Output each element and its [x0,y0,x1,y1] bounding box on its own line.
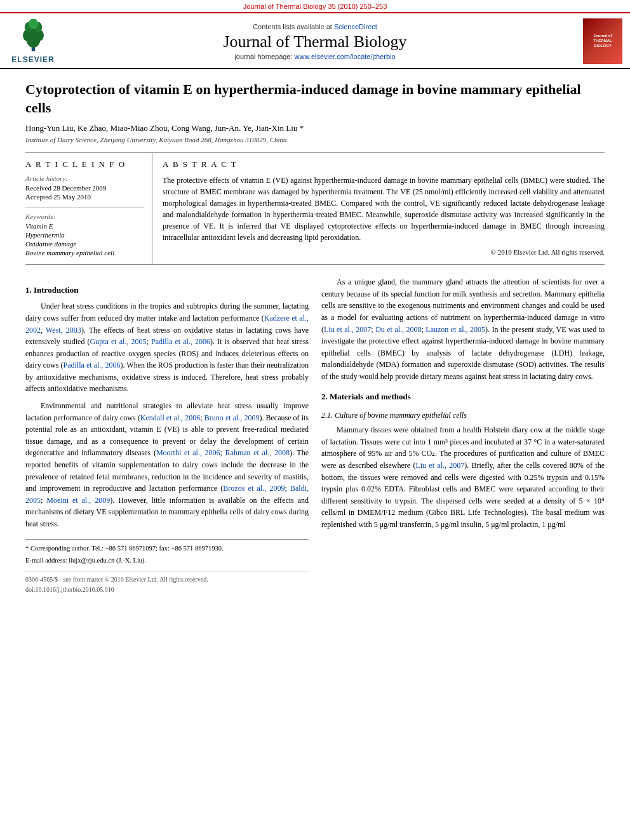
ref-rahman[interactable]: Rahman et al., 2008 [225,448,290,457]
received-date: Received 28 December 2009 [25,184,144,192]
history-label: Article history: [25,175,144,182]
ref-moeini[interactable]: Moeini et al., 2009 [46,496,110,505]
bottom-info: 0306-4565/$ - see front matter © 2010 El… [25,571,309,594]
journal-badge-area: Journal ofTHERMALBIOLOGY [572,18,622,64]
journal-header: ELSEVIER Contents lists available at Sci… [0,13,630,69]
right-paragraph-1: As a unique gland, the mammary gland att… [321,276,605,382]
methods-heading: 2. Materials and methods [321,390,605,403]
homepage-url[interactable]: www.elsevier.com/locate/jtherbio [295,53,396,60]
ref-bruno[interactable]: Bruno et al., 2009 [204,413,260,422]
footnote-email: E-mail address: liujx@zju.edu.cn (J.-X. … [25,556,309,566]
journal-badge: Journal ofTHERMALBIOLOGY [583,18,622,64]
article-title: Cytoprotection of vitamin E on hyperther… [25,81,605,117]
keyword-2: Hyperthermia [25,231,144,239]
ref-gupta[interactable]: Gupta et al., 2005 [90,337,147,346]
ref-west[interactable]: West, 2003 [46,326,81,335]
article-info-column: A R T I C L E I N F O Article history: R… [25,153,152,264]
footnote-corresponding: * Corresponding author. Tel.: +86 571 86… [25,543,309,554]
body-columns: 1. Introduction Under heat stress condit… [25,276,605,594]
article-dates: Received 28 December 2009 Accepted 25 Ma… [25,184,144,201]
abstract-column: A B S T R A C T The protective effects o… [152,153,605,264]
methods-paragraph-1: Mammary tissues were obtained from a hea… [321,424,605,530]
keyword-4: Bovine mammary epithelial cell [25,249,144,257]
ref-moorthi[interactable]: Moorthi et al., 2006 [156,448,220,457]
accepted-date: Accepted 25 May 2010 [25,193,144,201]
ref-liu2007[interactable]: Liu et al., 2007 [324,325,371,334]
authors-line: Hong-Yun Liu, Ke Zhao, Miao-Miao Zhou, C… [25,123,605,133]
footnote-area: * Corresponding author. Tel.: +86 571 86… [25,539,309,566]
intro-paragraph-2: Environmental and nutritional strategies… [25,400,309,530]
divider [25,207,144,208]
elsevier-tree-icon [16,19,51,54]
header-center: Contents lists available at ScienceDirec… [58,23,572,60]
journal-citation: Journal of Thermal Biology 35 (2010) 250… [243,3,387,10]
elsevier-wordmark: ELSEVIER [11,55,54,64]
ref-kendall[interactable]: Kendall et al., 2006 [140,413,201,422]
info-abstract-container: A R T I C L E I N F O Article history: R… [25,152,605,265]
license-text: 0306-4565/$ - see front matter © 2010 El… [25,575,309,585]
keywords-label: Keywords: [25,213,144,220]
contents-line: Contents lists available at ScienceDirec… [58,23,572,30]
sciencedirect-link[interactable]: ScienceDirect [334,23,377,30]
authors: Hong-Yun Liu, Ke Zhao, Miao-Miao Zhou, C… [25,123,304,133]
intro-heading: 1. Introduction [25,284,309,297]
ref-lauzon2005[interactable]: Lauzon et al., 2005 [426,325,485,334]
ref-padilla2[interactable]: Padilla et al., 2006 [64,361,121,370]
elsevier-logo: ELSEVIER [8,19,58,64]
intro-paragraph-1: Under heat stress conditions in the trop… [25,300,309,395]
keywords-list: Vitamin E Hyperthermia Oxidative damage … [25,222,144,257]
journal-top-bar: Journal of Thermal Biology 35 (2010) 250… [0,0,630,13]
homepage-line: journal homepage: www.elsevier.com/locat… [58,53,572,60]
abstract-copyright: © 2010 Elsevier Ltd. All rights reserved… [163,248,605,256]
keyword-1: Vitamin E [25,222,144,230]
journal-title: Journal of Thermal Biology [58,32,572,51]
badge-text: Journal ofTHERMALBIOLOGY [593,34,612,48]
ref-brozos[interactable]: Brozos et al., 2009 [223,484,285,493]
methods-sub1: 2.1. Culture of bovine mammary epithelia… [321,410,605,422]
left-column: 1. Introduction Under heat stress condit… [25,276,309,594]
right-column: As a unique gland, the mammary gland att… [321,276,605,594]
affiliation: Institute of Dairy Science, Zheijang Uni… [25,136,605,143]
article-content: Cytoprotection of vitamin E on hyperther… [0,69,630,606]
ref-du2008[interactable]: Du et al., 2008 [375,325,421,334]
keyword-3: Oxidative damage [25,240,144,248]
ref-liu2007b[interactable]: Liu et al., 2007 [415,461,464,470]
doi-text: doi:10.1016/j.jtherbio.2010.05.010 [25,585,309,595]
abstract-heading: A B S T R A C T [163,159,605,170]
ref-padilla1[interactable]: Padilla et al., 2006 [151,337,210,346]
article-info-heading: A R T I C L E I N F O [25,159,144,170]
abstract-text: The protective effects of vitamin E (VE)… [163,175,605,243]
